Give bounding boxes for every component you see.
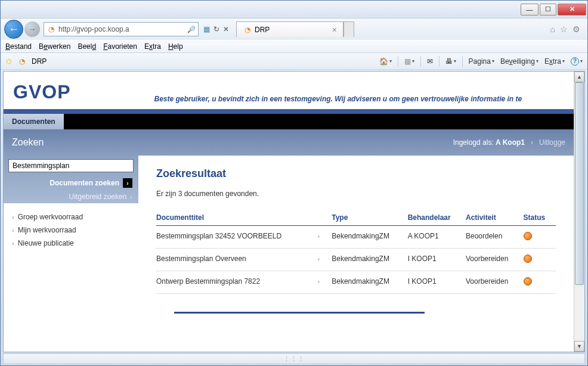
- doc-handler: I KOOP1: [408, 249, 466, 271]
- nav-right: ⌂ ☆ ⚙: [550, 24, 584, 34]
- vertical-scrollbar[interactable]: ▲ ▼: [574, 72, 584, 352]
- tab-strip: ◔ DRP ×: [236, 21, 354, 37]
- new-tab-button[interactable]: [343, 21, 354, 37]
- tb-extra[interactable]: Extra▾: [544, 57, 565, 66]
- content-frame: GVOP Beste gebruiker, u bevindt zich in …: [3, 71, 585, 352]
- tb-pagina[interactable]: Pagina▾: [469, 57, 494, 66]
- print-icon: 🖶: [445, 57, 453, 66]
- page-tabs: Documenten: [4, 114, 574, 129]
- sidebar: Documenten zoeken › Uitgebreid zoeken › …: [4, 156, 138, 325]
- doc-type: BekendmakingZM: [332, 226, 407, 249]
- chevron-right-icon: ›: [318, 255, 327, 262]
- tb-help[interactable]: ?▾: [571, 57, 583, 66]
- sidebar-nav-label: Mijn werkvoorraad: [18, 226, 76, 234]
- tb-feeds[interactable]: ▩▾: [404, 57, 414, 66]
- doc-handler: A KOOP1: [408, 226, 466, 249]
- table-row[interactable]: Ontwerp Bestemmingsplan 7822›Bekendmakin…: [156, 271, 556, 294]
- nav-stripe: [4, 109, 574, 114]
- tb-mail[interactable]: ✉: [427, 57, 433, 66]
- gear-icon[interactable]: ⚙: [572, 24, 580, 34]
- site-icon: ◔: [47, 24, 56, 34]
- side-nav: ›Groep werkvoorraad›Mijn werkvoorraad›Ni…: [4, 203, 138, 257]
- tab-title: DRP: [255, 26, 270, 34]
- logout-link[interactable]: Uitlogge: [539, 138, 565, 147]
- table-row[interactable]: Bestemmingsplan Overveen›BekendmakingZMI…: [156, 249, 556, 271]
- menu-help[interactable]: Help: [168, 42, 183, 51]
- site-logo: GVOP: [13, 81, 70, 103]
- browser-tab[interactable]: ◔ DRP ×: [236, 21, 343, 37]
- doc-activity: Voorbereiden: [466, 249, 524, 271]
- results-title: Zoekresultaat: [156, 168, 556, 180]
- chevron-right-icon: ›: [318, 232, 327, 240]
- scroll-down-button[interactable]: ▼: [574, 341, 584, 352]
- environment-banner: Beste gebruiker, u bevindt zich in een t…: [154, 95, 564, 103]
- menu-favorieten[interactable]: Favorieten: [103, 42, 137, 51]
- status-dot-icon: [524, 277, 532, 286]
- chevron-right-icon: ›: [12, 240, 14, 247]
- col-handler[interactable]: Behandelaar: [408, 210, 466, 226]
- mail-icon: ✉: [427, 57, 433, 66]
- logged-in-label: Ingelogd als: A Koop1: [453, 138, 525, 147]
- stop-icon[interactable]: ✕: [223, 25, 229, 33]
- menu-bewerken[interactable]: Bewerken: [39, 42, 70, 51]
- menu-bar: Bestand Bewerken Beeld Favorieten Extra …: [1, 40, 587, 53]
- add-favorite-icon[interactable]: ✩: [5, 57, 13, 66]
- browser-window: — ☐ ✕ ← → ◔ http://gvop-poc.koop.a 🔎 ▦ ↻…: [0, 0, 588, 366]
- results-table: Documenttitel Type Behandelaar Activitei…: [156, 210, 556, 294]
- menu-beeld[interactable]: Beeld: [78, 42, 96, 51]
- search-input[interactable]: [8, 159, 134, 172]
- col-status[interactable]: Status: [524, 210, 556, 226]
- doc-title: Bestemmingsplan Overveen: [156, 255, 318, 263]
- minimize-button[interactable]: —: [521, 4, 539, 15]
- page-body: GVOP Beste gebruiker, u bevindt zich in …: [4, 72, 574, 352]
- doc-activity: Voorbereiden: [466, 271, 524, 294]
- sub-header: Zoeken Ingelogd als: A Koop1 › Uitlogge: [4, 129, 574, 156]
- forward-button[interactable]: →: [24, 21, 40, 37]
- sidebar-nav-item[interactable]: ›Groep werkvoorraad: [12, 210, 130, 224]
- search-documents-link[interactable]: Documenten zoeken ›: [4, 176, 138, 190]
- favorite-label: DRP: [32, 57, 47, 66]
- address-bar[interactable]: ◔ http://gvop-poc.koop.a 🔎: [44, 22, 199, 36]
- home-icon: 🏠: [379, 57, 388, 66]
- status-dot-icon: [524, 232, 532, 240]
- status-grip[interactable]: ⋮⋮⋮: [282, 356, 306, 362]
- maximize-button[interactable]: ☐: [540, 4, 556, 15]
- status-bar: ⋮⋮⋮: [3, 353, 585, 364]
- tb-home[interactable]: 🏠▾: [379, 57, 392, 66]
- table-row[interactable]: Bestemmingsplan 32452 VOORBEELD›Bekendma…: [156, 226, 556, 249]
- chevron-right-icon: ›: [12, 227, 14, 234]
- favorite-drp[interactable]: ◔ DRP: [17, 57, 47, 66]
- refresh-icon[interactable]: ↻: [213, 25, 219, 33]
- compat-icon[interactable]: ▦: [203, 25, 210, 33]
- tb-beveiliging[interactable]: Beveiliging▾: [500, 57, 539, 66]
- tb-print[interactable]: 🖶▾: [445, 57, 456, 66]
- sidebar-nav-item[interactable]: ›Nieuwe publicatie: [12, 237, 130, 250]
- menu-bestand[interactable]: Bestand: [5, 42, 32, 51]
- fav-site-icon: ◔: [17, 57, 27, 66]
- sidebar-nav-label: Nieuwe publicatie: [18, 239, 74, 247]
- scroll-thumb[interactable]: [575, 82, 584, 285]
- scroll-up-button[interactable]: ▲: [574, 72, 584, 82]
- close-button[interactable]: ✕: [558, 4, 586, 15]
- col-activity[interactable]: Activiteit: [466, 210, 524, 226]
- status-dot-icon: [524, 255, 532, 263]
- tab-close-icon[interactable]: ×: [320, 25, 337, 35]
- doc-type: BekendmakingZM: [332, 271, 407, 294]
- nav-bar: ← → ◔ http://gvop-poc.koop.a 🔎 ▦ ↻ ✕ ◔ D…: [1, 18, 587, 40]
- home-icon[interactable]: ⌂: [550, 24, 555, 34]
- titlebar: — ☐ ✕: [1, 1, 587, 18]
- tab-documenten[interactable]: Documenten: [4, 114, 64, 129]
- menu-extra[interactable]: Extra: [144, 42, 161, 51]
- col-title[interactable]: Documenttitel: [156, 210, 332, 226]
- chevron-right-icon: ›: [130, 193, 132, 200]
- favorites-icon[interactable]: ☆: [560, 24, 568, 34]
- advanced-search-link[interactable]: Uitgebreid zoeken ›: [4, 190, 138, 203]
- help-icon: ?: [571, 57, 579, 66]
- col-type[interactable]: Type: [332, 210, 407, 226]
- sidebar-nav-item[interactable]: ›Mijn werkvoorraad: [12, 224, 130, 237]
- back-button[interactable]: ←: [4, 20, 23, 39]
- tab-site-icon: ◔: [243, 25, 252, 35]
- search-icon: 🔎: [187, 26, 196, 33]
- chevron-right-icon: ›: [12, 213, 14, 221]
- doc-title: Ontwerp Bestemmingsplan 7822: [156, 277, 318, 286]
